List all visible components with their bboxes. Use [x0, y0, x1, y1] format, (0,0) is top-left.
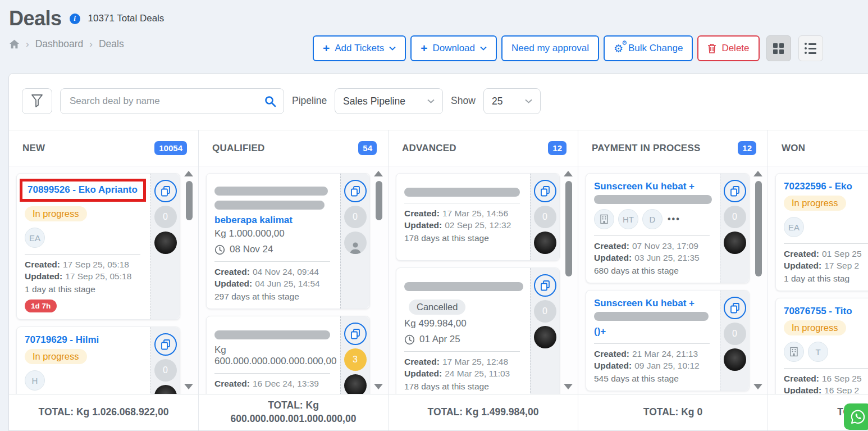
status-badge: In progress: [25, 206, 87, 221]
show-select[interactable]: 25: [483, 88, 541, 114]
pipeline-select[interactable]: Sales Pipeline: [335, 88, 443, 114]
deal-subtitle-link[interactable]: ()+: [594, 326, 606, 337]
scroll-down-arrow[interactable]: [564, 384, 573, 389]
company-avatar[interactable]: [594, 209, 614, 229]
scroll-down-arrow[interactable]: [184, 384, 193, 389]
deal-title-link[interactable]: 70876755 - Tito: [784, 306, 852, 317]
owner-avatar[interactable]: [534, 326, 556, 348]
duplicate-deal-button[interactable]: [344, 323, 367, 345]
breadcrumb-separator: ›: [26, 39, 29, 50]
need-approval-button[interactable]: Need my approval: [501, 35, 599, 61]
deal-title-link[interactable]: 70719629 - Hilmi: [25, 334, 99, 346]
redacted-bar: [594, 195, 712, 204]
filter-button[interactable]: [22, 88, 52, 114]
duplicate-deal-button[interactable]: [154, 333, 177, 356]
deal-title-link[interactable]: beberapa kalimat: [214, 215, 293, 226]
whatsapp-icon: [849, 409, 866, 425]
show-label: Show: [451, 95, 476, 107]
column-total: TOTAL: Kg 0: [578, 394, 768, 430]
owner-avatar[interactable]: [534, 232, 556, 254]
column-total: TOTAL: Kg 1.026.068.922,00: [9, 394, 198, 430]
funnel-icon: [30, 93, 44, 109]
owner-avatar[interactable]: [344, 374, 367, 394]
contact-avatar[interactable]: HT: [618, 209, 638, 229]
status-badge: In progress: [784, 320, 846, 335]
owner-avatar[interactable]: [724, 232, 746, 254]
delete-button[interactable]: Delete: [697, 35, 759, 61]
card-actions-rail: 3: [340, 316, 369, 394]
created-line: Created:17 Mar 25, 14:56: [404, 208, 524, 219]
scroll-up-arrow[interactable]: [753, 171, 762, 176]
count-badge: 0: [344, 206, 367, 228]
scroll-down-arrow[interactable]: [374, 384, 383, 389]
count-badge: 0: [154, 359, 177, 382]
scrollbar-thumb[interactable]: [565, 181, 572, 276]
card-actions-rail: 0: [720, 291, 749, 391]
download-button[interactable]: + Download: [410, 35, 497, 61]
deal-value: Kg 600.000.000.000.000.000,00: [214, 344, 330, 367]
chevron-down-icon: [480, 46, 487, 51]
divider: [594, 343, 710, 344]
deal-value: Kg 1.000.000,00: [214, 228, 330, 239]
column-body: beberapa kalimat Kg 1.000.000,00 08 Nov …: [199, 166, 388, 394]
deal-title-link[interactable]: 70899526 - Eko Aprianto: [28, 184, 138, 196]
more-avatars-icon[interactable]: •••: [668, 214, 680, 224]
owner-avatar[interactable]: [344, 232, 367, 254]
scroll-up-arrow[interactable]: [374, 171, 383, 176]
updated-line: Updated:09 Jan 25, 10:12: [594, 361, 714, 371]
company-avatar[interactable]: [784, 342, 804, 362]
duplicate-deal-button[interactable]: [344, 180, 367, 202]
contact-avatar[interactable]: EA: [784, 217, 804, 237]
deal-title-link[interactable]: Sunscreen Ku hebat +: [594, 298, 695, 309]
column-total: TOTAL: Kg 600.000.000.001.000.000,00: [199, 394, 388, 430]
stage-duration: 297 days at this stage: [214, 292, 335, 302]
duplicate-deal-button[interactable]: [724, 180, 746, 202]
scrollbar-thumb[interactable]: [376, 181, 382, 220]
breadcrumb-dashboard[interactable]: Dashboard: [35, 38, 84, 50]
scroll-up-arrow[interactable]: [184, 171, 193, 176]
breadcrumb-deals[interactable]: Deals: [99, 38, 124, 50]
deal-title-link[interactable]: Sunscreen Ku hebat +: [594, 181, 695, 192]
add-tickets-button[interactable]: + Add Tickets: [313, 35, 406, 61]
owner-avatar[interactable]: [154, 232, 177, 254]
count-badge: 3: [344, 348, 367, 371]
count-badge: 0: [534, 206, 556, 228]
whatsapp-button[interactable]: [844, 403, 868, 430]
owner-avatar[interactable]: [724, 348, 746, 371]
info-icon[interactable]: i: [70, 13, 80, 24]
contact-avatar[interactable]: T: [808, 342, 828, 362]
duplicate-deal-button[interactable]: [724, 297, 746, 319]
home-icon[interactable]: [9, 39, 20, 49]
total-deals-count: 10371 Total Deals: [88, 13, 165, 24]
owner-avatar[interactable]: [154, 385, 177, 394]
grid-view-button[interactable]: [766, 35, 791, 61]
deal-card: Cancelled Kg 499.984,00 01 Apr 25 Create…: [396, 267, 560, 394]
search-input[interactable]: [60, 88, 284, 114]
deal-date-line: 01 Apr 25: [404, 334, 524, 345]
contact-avatar[interactable]: D: [642, 209, 663, 229]
updated-line: Updated:17 Sep 25, 05:18: [25, 271, 145, 282]
deal-card: Kg 600.000.000.000.000.000,00 Created:16…: [206, 316, 370, 394]
count-badge: 0: [724, 323, 746, 345]
deal-card: beberapa kalimat Kg 1.000.000,00 08 Nov …: [206, 173, 370, 309]
scroll-up-arrow[interactable]: [564, 171, 573, 176]
updated-line: Updated:16 Sep 2: [784, 385, 868, 394]
redacted-bar: [214, 330, 330, 339]
scroll-down-arrow[interactable]: [753, 384, 762, 389]
search-icon[interactable]: [264, 96, 276, 110]
scrollbar-thumb[interactable]: [186, 181, 193, 220]
deal-value: Kg 499.984,00: [404, 318, 520, 329]
card-actions-rail: 0: [720, 174, 749, 283]
scrollbar-thumb[interactable]: [755, 181, 762, 276]
contact-avatar[interactable]: EA: [25, 228, 45, 248]
duplicate-deal-button[interactable]: [154, 180, 177, 202]
duplicate-deal-button[interactable]: [534, 274, 556, 297]
contact-avatar[interactable]: H: [25, 370, 45, 391]
deal-card: Sunscreen Ku hebat + ()+ Created:21 Mar …: [586, 290, 750, 391]
column-count-badge: 10054: [154, 141, 187, 155]
deal-title-link[interactable]: 70232596 - Eko: [784, 181, 852, 192]
list-view-button[interactable]: [798, 35, 823, 61]
duplicate-deal-button[interactable]: [534, 180, 556, 202]
bulk-change-button[interactable]: ⚙⚙ Bulk Change: [604, 35, 693, 61]
kanban-board: NEW 10054 70899526 - Eko Aprianto In pro…: [9, 130, 868, 430]
